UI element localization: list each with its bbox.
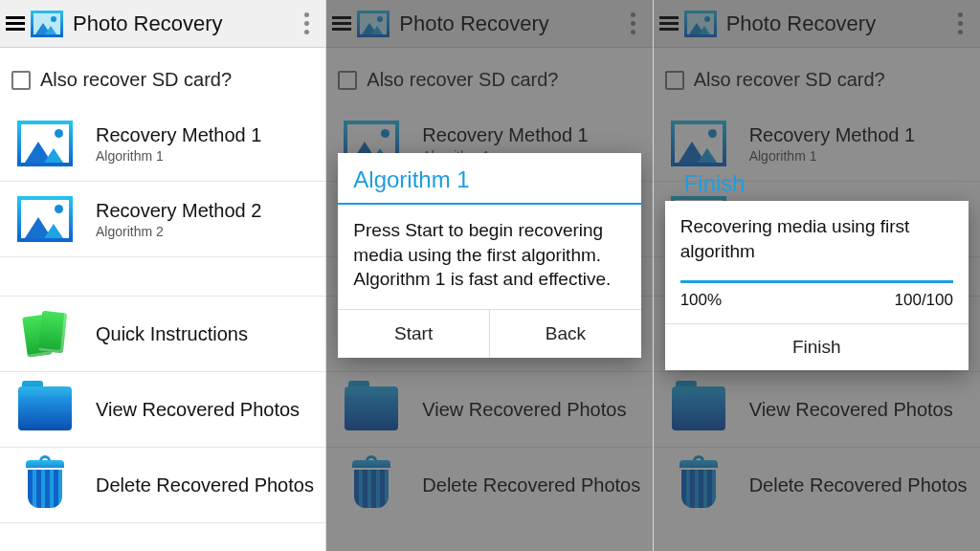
- instructions-label: Quick Instructions: [96, 323, 248, 345]
- finish-header: Finish: [684, 170, 746, 197]
- view-photos-row[interactable]: View Recovered Photos: [0, 372, 325, 447]
- progress-dialog: Finish Recovering media using first algo…: [665, 201, 969, 370]
- delete-photos-row[interactable]: Delete Recovered Photos: [0, 448, 325, 522]
- app-logo-icon: [31, 11, 63, 37]
- app-title: Photo Recovery: [73, 11, 223, 36]
- dialog-title: Algorithm 1: [338, 153, 640, 203]
- book-icon: [21, 310, 69, 358]
- method-2-sub: Algorithm 2: [96, 224, 261, 239]
- progress-percent: 100%: [680, 291, 722, 310]
- method-1-row[interactable]: Recovery Method 1 Algorithm 1: [0, 106, 325, 181]
- back-button[interactable]: Back: [489, 310, 641, 358]
- sd-label: Also recover SD card?: [40, 69, 232, 91]
- sd-checkbox[interactable]: [11, 71, 31, 90]
- progress-bar: [680, 280, 953, 283]
- method-1-sub: Algorithm 1: [96, 148, 261, 164]
- hamburger-icon[interactable]: [6, 16, 25, 31]
- screen-finish-dialog: Photo Recovery Also recover SD card? Rec…: [654, 0, 980, 551]
- overflow-menu-icon[interactable]: [297, 12, 316, 34]
- method-2-row[interactable]: Recovery Method 2 Algorithm 2: [0, 182, 325, 256]
- progress-count: 100/100: [895, 291, 953, 310]
- dialog-body: Press Start to begin recovering media us…: [338, 205, 640, 309]
- photo-icon: [17, 121, 73, 166]
- screen-start-dialog: Photo Recovery Also recover SD card? Rec…: [326, 0, 653, 551]
- app-header: Photo Recovery: [0, 0, 325, 48]
- algorithm-dialog: Algorithm 1 Press Start to begin recover…: [338, 153, 640, 358]
- instructions-row[interactable]: Quick Instructions: [0, 297, 325, 371]
- trash-icon: [22, 460, 68, 510]
- screen-main: Photo Recovery Also recover SD card? Rec…: [0, 0, 326, 551]
- delete-photos-label: Delete Recovered Photos: [96, 474, 314, 496]
- finish-button[interactable]: Finish: [665, 323, 969, 370]
- view-photos-label: View Recovered Photos: [96, 399, 300, 421]
- sd-card-option[interactable]: Also recover SD card?: [0, 48, 325, 106]
- folder-icon: [18, 386, 72, 432]
- divider: [0, 522, 325, 523]
- photo-icon: [17, 196, 73, 242]
- progress-body: Recovering media using first algorithm: [665, 201, 969, 267]
- method-2-title: Recovery Method 2: [96, 200, 261, 222]
- method-1-title: Recovery Method 1: [96, 124, 261, 146]
- start-button[interactable]: Start: [338, 310, 489, 358]
